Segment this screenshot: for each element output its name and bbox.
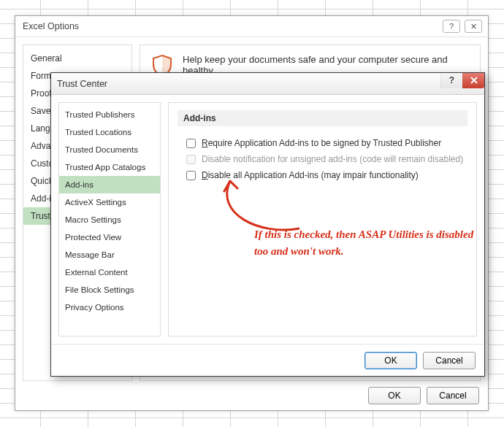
tc-nav-external-content[interactable]: External Content [59, 263, 160, 281]
opt-require-signed[interactable]: Require Application Add-ins to be signed… [177, 135, 467, 151]
tc-nav-privacy[interactable]: Privacy Options [59, 299, 160, 316]
opt-disable-all-addins[interactable]: Disable all Application Add-ins (may imp… [177, 167, 467, 183]
excel-options-cancel-button[interactable]: Cancel [427, 387, 479, 404]
trust-center-title: Trust Center [57, 79, 440, 89]
trust-center-ok-button[interactable]: OK [364, 352, 417, 369]
opt-disable-all-checkbox[interactable] [186, 171, 196, 180]
tc-nav-trusted-locations[interactable]: Trusted Locations [59, 123, 160, 141]
trust-center-cancel-button[interactable]: Cancel [423, 352, 476, 369]
trust-center-content: Add-ins Require Application Add-ins to b… [168, 102, 477, 336]
help-button[interactable]: ? [443, 20, 460, 33]
tc-nav-protected-view[interactable]: Protected View [59, 228, 160, 246]
tc-nav-addins[interactable]: Add-ins [59, 176, 160, 193]
excel-options-title: Excel Options [21, 21, 438, 31]
opt-require-signed-label: Require Application Add-ins to be signed… [202, 138, 441, 148]
section-header-addins: Add-ins [177, 110, 467, 126]
opt-disable-unsigned-checkbox [186, 155, 196, 164]
tc-nav-macro[interactable]: Macro Settings [59, 211, 160, 228]
close-button[interactable]: ✕ [465, 20, 482, 33]
opt-disable-unsigned-notification: Disable notification for unsigned add-in… [177, 151, 467, 167]
opt-require-signed-checkbox[interactable] [186, 139, 196, 148]
excel-options-titlebar: Excel Options ? ✕ [15, 16, 488, 36]
opt-disable-unsigned-label: Disable notification for unsigned add-in… [202, 154, 463, 164]
nav-item-general[interactable]: General [23, 50, 131, 67]
tc-nav-message-bar[interactable]: Message Bar [59, 246, 160, 263]
annotation-text: If this is checked, then ASAP Utilities … [254, 226, 481, 261]
trust-center-nav: Trusted Publishers Trusted Locations Tru… [58, 102, 161, 336]
excel-options-ok-button[interactable]: OK [368, 387, 421, 404]
tc-nav-activex[interactable]: ActiveX Settings [59, 193, 160, 211]
trust-center-help-button[interactable]: ? [440, 73, 462, 88]
tc-nav-file-block[interactable]: File Block Settings [59, 281, 160, 299]
opt-disable-all-label: Disable all Application Add-ins (may imp… [202, 170, 419, 180]
trust-center-close-button[interactable] [462, 73, 484, 88]
tc-nav-trusted-documents[interactable]: Trusted Documents [59, 141, 160, 158]
trust-center-titlebar: Trust Center ? [51, 73, 484, 95]
tc-nav-trusted-app-catalogs[interactable]: Trusted App Catalogs [59, 158, 160, 176]
trust-center-dialog: Trust Center ? Trusted Publishers Truste… [50, 72, 485, 377]
tc-nav-trusted-publishers[interactable]: Trusted Publishers [59, 106, 160, 123]
